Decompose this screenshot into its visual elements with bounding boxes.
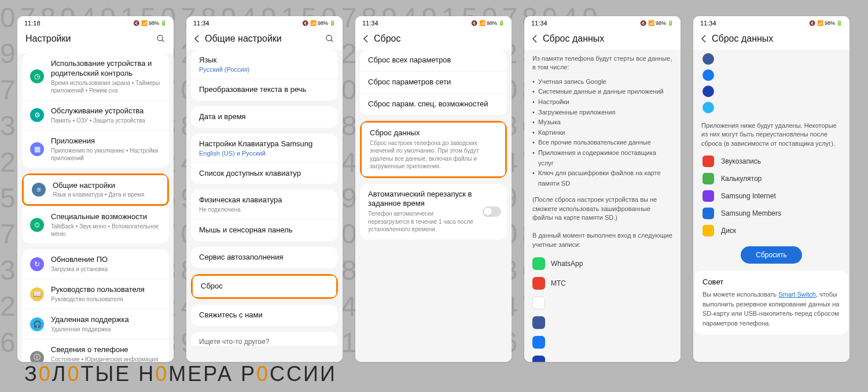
account-icon: [532, 356, 545, 362]
apps-list: Звукозапись Калькулятор Samsung Internet…: [694, 153, 848, 239]
settings-item[interactable]: ⊙ Специальные возможности TalkBack • Зву…: [22, 206, 169, 243]
page-title: Сброс: [374, 34, 503, 44]
item-subtitle: Загрузка и установка: [51, 265, 161, 273]
app-label: Диск: [721, 227, 736, 235]
settings-item[interactable]: Дата и время: [191, 106, 338, 128]
item-description: Телефон автоматически перезагрузится в т…: [368, 210, 476, 234]
back-icon[interactable]: [194, 35, 199, 43]
settings-item[interactable]: ⚙ Обслуживание устройства Память • ОЗУ •…: [22, 100, 169, 130]
back-icon[interactable]: [701, 35, 706, 43]
status-time: 11:18: [24, 20, 41, 27]
settings-item[interactable]: Сброс данныхСброс настроек телефона до з…: [360, 121, 507, 178]
item-title: Приложения: [51, 136, 161, 146]
advice-title: Совет: [703, 278, 840, 286]
settings-item[interactable]: ▦ Приложения Приложения по умолчанию • Н…: [22, 130, 169, 168]
search-icon[interactable]: [325, 34, 334, 43]
svg-line-1: [162, 40, 164, 42]
item-title: Физическая клавиатура: [199, 195, 330, 205]
settings-item[interactable]: ЯзыкРусский (Россия): [191, 50, 338, 79]
settings-item[interactable]: Сброс парам. спец. возможностей: [360, 93, 507, 115]
back-icon[interactable]: [532, 35, 537, 43]
reset-button[interactable]: Сбросить: [741, 246, 801, 264]
advice-text: Вы можете использовать Smart Switch, что…: [703, 290, 840, 328]
item-title: Язык: [199, 56, 330, 65]
item-title: Обслуживание устройства: [51, 106, 161, 116]
item-title: Сброс парам. спец. возможностей: [368, 99, 499, 109]
settings-item[interactable]: ≡ Общие настройки Язык и клавиатура • Да…: [22, 173, 169, 206]
app-bar: Сброс: [355, 29, 512, 50]
settings-icon: ⚙: [30, 108, 44, 122]
settings-icon: 📖: [30, 287, 44, 301]
settings-item[interactable]: ◷ Использование устройства и родительски…: [22, 53, 169, 100]
app-icon: [703, 173, 714, 184]
phone-screen-2: 11:34 🔇 📶 98%🔋 Общие настройки ЯзыкРусск…: [186, 16, 343, 362]
status-time: 11:34: [531, 20, 547, 27]
settings-item[interactable]: Сброс: [191, 274, 338, 299]
item-title: Настройки Клавиатура Samsung: [199, 139, 330, 149]
bullet-item: Все прочие пользовательские данные: [538, 138, 672, 148]
phone-screen-5: 11:34 🔇 📶 98%🔋 Сброс данных Приложения н…: [693, 16, 849, 362]
settings-icon: ⓘ: [30, 351, 44, 362]
settings-item[interactable]: Список доступных клавиатур: [191, 162, 338, 184]
status-bar: 11:34 🔇 📶 98%🔋: [693, 16, 849, 29]
item-subtitle: Удаленная поддержка: [51, 326, 161, 333]
settings-list: ЯзыкРусский (Россия)Преобразование текст…: [186, 50, 343, 362]
settings-item[interactable]: 🎧 Удаленная поддержка Удаленная поддержк…: [22, 309, 169, 339]
app-bar: Сброс данных: [693, 29, 849, 50]
item-title: Сведения о телефоне: [51, 345, 161, 355]
page-title: Общие настройки: [205, 34, 319, 44]
app-label: Samsung Internet: [721, 192, 776, 200]
settings-icon: ↻: [30, 257, 44, 271]
item-subtitle: Язык и клавиатура • Дата и время: [53, 191, 159, 198]
apps-intro: Приложения ниже будут удалены. Некоторые…: [694, 117, 848, 153]
smart-switch-link[interactable]: Smart Switch: [778, 291, 816, 298]
account-row: WhatsApp: [525, 254, 679, 273]
app-icon: [703, 156, 714, 167]
settings-item[interactable]: Сброс всех параметров: [360, 50, 507, 71]
item-title: Специальные возможности: [51, 212, 161, 222]
settings-item[interactable]: Автоматический перезапуск в заданное вре…: [360, 184, 507, 239]
warning-text: (После сброса настроек устройства вы не …: [525, 193, 679, 227]
item-title: Сброс параметров сети: [368, 77, 499, 87]
settings-item[interactable]: ↻ Обновление ПО Загрузка и установка: [22, 249, 169, 279]
advice-card: Совет Вы можете использовать Smart Switc…: [694, 271, 848, 335]
app-icon: [703, 190, 714, 202]
search-icon[interactable]: [156, 34, 165, 43]
settings-item[interactable]: Мышь и сенсорная панель: [191, 219, 338, 241]
item-description: Сброс настроек телефона до заводских зна…: [370, 139, 497, 171]
bullet-list: Учетная запись GoogleСистемные данные и …: [525, 77, 679, 194]
settings-icon: 🎧: [30, 317, 44, 331]
accounts-list: WhatsApp МТС: [525, 254, 679, 362]
settings-item[interactable]: Свяжитесь с нами: [191, 305, 338, 326]
item-title: Сброс: [201, 282, 328, 291]
page-title: Сброс данных: [712, 34, 841, 44]
item-title: Свяжитесь с нами: [199, 310, 330, 320]
settings-item[interactable]: Сброс параметров сети: [360, 71, 507, 93]
item-subtitle: TalkBack • Звук моно • Вспомогательное м…: [51, 223, 161, 238]
account-row: [525, 313, 679, 332]
toggle-switch[interactable]: [483, 206, 501, 217]
settings-item[interactable]: 📖 Руководство пользователя Руководство п…: [22, 279, 169, 309]
settings-item[interactable]: ⓘ Сведения о телефоне Состояние • Юридич…: [22, 339, 169, 362]
page-title: Настройки: [25, 34, 150, 44]
footer-prompt: Ищете что-то другое?: [191, 332, 338, 346]
status-bar: 11:34 🔇 📶 98%🔋: [524, 16, 681, 29]
app-row: Диск: [694, 222, 848, 239]
account-row: МТС: [525, 273, 679, 293]
back-icon[interactable]: [363, 35, 368, 43]
settings-item[interactable]: Настройки Клавиатура SamsungEnglish (US)…: [191, 134, 338, 162]
settings-item[interactable]: Сервис автозаполнения: [191, 247, 338, 268]
brand-text: З0Л0ТЫЕ Н0МЕРА Р0ССИИ: [24, 362, 337, 386]
item-title: Сервис автозаполнения: [199, 253, 330, 262]
item-title: Дата и время: [199, 112, 330, 122]
account-icon: [532, 336, 545, 349]
item-title: Список доступных клавиатур: [199, 169, 330, 179]
app-row: Samsung Members: [694, 205, 848, 222]
top-icons: [694, 50, 848, 117]
status-bar: 11:34 🔇 📶 98%🔋: [355, 16, 512, 29]
app-row: Звукозапись: [694, 153, 848, 170]
settings-item[interactable]: Физическая клавиатураНе подключена: [191, 190, 338, 219]
settings-item[interactable]: Преобразование текста в речь: [191, 79, 338, 101]
app-row: Калькулятор: [694, 170, 848, 187]
settings-icon: ▦: [30, 142, 44, 156]
